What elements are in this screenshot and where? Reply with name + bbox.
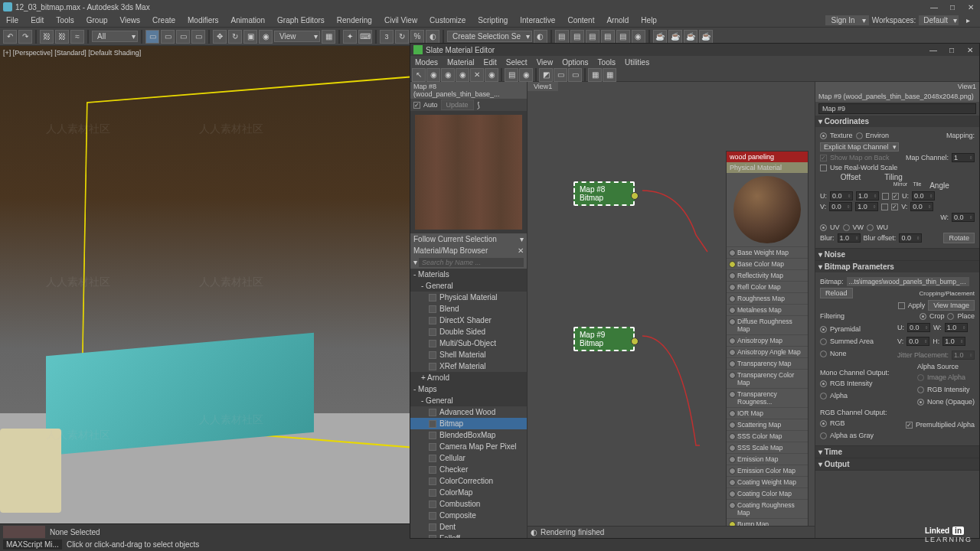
bitmap-path-button[interactable]: ...ts\images\wood_panels_thin_bump_2048x… — [847, 277, 969, 286]
material-slot-diffuse-roughness-map[interactable]: Diffuse Roughness Map — [727, 315, 808, 334]
sme-menu-view[interactable]: View — [532, 57, 558, 67]
material-slot-sss-color-map[interactable]: SSS Color Map — [727, 430, 808, 442]
tree-item-advanced-wood[interactable]: Advanced Wood — [410, 406, 527, 418]
close-button[interactable]: ✕ — [965, 2, 977, 12]
material-slot-sss-scale-map[interactable]: SSS Scale Map — [727, 442, 808, 453]
show-map-checkbox[interactable] — [820, 155, 827, 161]
snap-button[interactable]: 3 — [380, 30, 394, 44]
w-angle-spinner[interactable]: 0.0 — [952, 213, 975, 222]
sme-menu-edit[interactable]: Edit — [479, 57, 501, 67]
sme-tool-9[interactable]: ◩ — [539, 68, 553, 82]
material-editor-button[interactable]: ◉ — [632, 30, 645, 44]
menu-help[interactable]: Help — [635, 15, 663, 26]
select-rect-button[interactable]: ▭ — [176, 30, 190, 44]
output-rollout-header[interactable]: Output — [815, 458, 979, 470]
percent-snap-button[interactable]: % — [410, 30, 424, 44]
tree-item-blendedboxmap[interactable]: BlendedBoxMap — [410, 429, 527, 441]
v-tiling-spinner[interactable]: 1.0 — [855, 202, 878, 211]
manipulate-button[interactable]: ✦ — [343, 30, 357, 44]
none-opaque-radio[interactable] — [917, 399, 924, 406]
tree-item-blend[interactable]: Blend — [410, 303, 527, 315]
material-slot-transparency-rougness-[interactable]: Transparency Rougness... — [727, 388, 808, 407]
spinner-snap-button[interactable]: ◐ — [426, 30, 439, 44]
tree-item-shell-material[interactable]: Shell Material — [410, 349, 527, 360]
material-slot-reflectivity-map[interactable]: Reflectivity Map — [727, 269, 808, 281]
sme-menu-options[interactable]: Options — [557, 57, 593, 67]
menu-civil-view[interactable]: Civil View — [378, 15, 423, 26]
sme-tool-2[interactable]: ◉ — [426, 68, 440, 82]
time-rollout-header[interactable]: Time — [815, 446, 979, 458]
minimize-button[interactable]: — — [928, 2, 940, 12]
menu-content[interactable]: Content — [561, 15, 600, 26]
material-slot-ior-map[interactable]: IOR Map — [727, 407, 808, 419]
node-map-8[interactable]: Map #8 Bitmap — [573, 181, 635, 206]
viewport-label[interactable]: [+] [Perspective] [Standard] [Default Sh… — [3, 49, 141, 57]
unlink-button[interactable]: ⛓ — [55, 30, 69, 44]
mirror-button[interactable]: ◐ — [534, 30, 547, 44]
render-setup-button[interactable]: ☕ — [653, 30, 667, 44]
search-menu-icon[interactable]: ▾ — [413, 258, 417, 267]
sme-tool-8[interactable]: ◉ — [519, 68, 533, 82]
map-channel-spinner[interactable]: 1 — [952, 153, 975, 162]
menu-modifiers[interactable]: Modifiers — [181, 15, 225, 26]
view-tab[interactable]: View1 — [528, 82, 558, 91]
vw-radio[interactable] — [843, 224, 850, 231]
u-offset-spinner[interactable]: 0.0 — [830, 191, 853, 201]
v-angle-spinner[interactable]: 0.0 — [910, 202, 933, 211]
tree-category[interactable]: - General — [410, 395, 527, 406]
menu-rendering[interactable]: Rendering — [331, 15, 378, 26]
sme-pick-button[interactable]: ↖ — [412, 68, 426, 82]
coordinates-rollout-header[interactable]: Coordinates — [815, 116, 979, 127]
u-mirror-checkbox[interactable] — [882, 193, 889, 200]
tree-category[interactable]: - Materials — [410, 269, 527, 280]
node-output-slot[interactable] — [631, 192, 639, 200]
bitmap-params-rollout-header[interactable]: Bitmap Parameters — [815, 261, 979, 272]
tree-item-dent[interactable]: Dent — [410, 521, 527, 533]
noise-rollout-header[interactable]: Noise — [815, 249, 979, 260]
crop-w-spinner[interactable]: 1.0 — [945, 323, 968, 332]
tree-category[interactable]: - General — [410, 280, 527, 292]
tree-item-colormap[interactable]: ColorMap — [410, 487, 527, 498]
premult-checkbox[interactable] — [906, 422, 913, 429]
material-slot-refl-color-map[interactable]: Refl Color Map — [727, 281, 808, 292]
link-button[interactable]: ⛓ — [40, 30, 54, 44]
tree-item-physical-material[interactable]: Physical Material — [410, 292, 527, 303]
sme-tool-4[interactable]: ◉ — [456, 68, 469, 82]
maximize-button[interactable]: □ — [946, 2, 959, 12]
toggle-ribbon-button[interactable]: ▤ — [586, 30, 599, 44]
sme-menu-tools[interactable]: Tools — [593, 57, 620, 67]
place-radio[interactable] — [947, 313, 954, 320]
ref-coord-dropdown[interactable]: View — [274, 31, 320, 42]
viewport[interactable]: [+] [Perspective] [Standard] [Default Sh… — [0, 46, 410, 551]
img-alpha-radio[interactable] — [917, 374, 924, 381]
menu-views[interactable]: Views — [114, 15, 147, 26]
update-button[interactable]: Update — [441, 99, 474, 110]
u-tiling-spinner[interactable]: 1.0 — [856, 191, 879, 201]
rgb-out-alpha-radio[interactable] — [820, 432, 827, 439]
workspace-dropdown[interactable]: Default — [919, 15, 959, 25]
browser-close-icon[interactable]: ✕ — [518, 246, 524, 255]
named-selection-dropdown[interactable]: Create Selection Se — [447, 31, 532, 42]
tree-item-multi-sub-object[interactable]: Multi/Sub-Object — [410, 337, 527, 349]
schematic-button[interactable]: ▤ — [616, 30, 630, 44]
select-name-button[interactable]: ▭ — [161, 30, 175, 44]
sme-menu-material[interactable]: Material — [443, 57, 479, 67]
tree-item-combustion[interactable]: Combustion — [410, 498, 527, 510]
follow-selection-dropdown[interactable]: Follow Current Selection — [410, 233, 527, 245]
material-slot-coating-weight-map[interactable]: Coating Weight Map — [727, 476, 808, 487]
move-button[interactable]: ✥ — [213, 30, 227, 44]
material-slot-base-weight-map[interactable]: Base Weight Map — [727, 246, 808, 258]
map-id-field[interactable] — [818, 103, 976, 114]
material-slot-anisotropy-angle-map[interactable]: Anisotropy Angle Map — [727, 346, 808, 357]
menu-group[interactable]: Group — [80, 15, 114, 26]
menu-animation[interactable]: Animation — [225, 15, 271, 26]
sme-tool-3[interactable]: ◉ — [441, 68, 455, 82]
node-output-slot[interactable] — [631, 337, 639, 345]
bind-button[interactable]: ≈ — [70, 30, 84, 44]
tree-item-falloff[interactable]: Falloff — [410, 533, 527, 538]
rotate-button[interactable]: Rotate — [943, 233, 975, 243]
material-slot-emission-map[interactable]: Emission Map — [727, 453, 808, 465]
maxscript-listener[interactable]: MAXScript Mi... — [3, 540, 62, 549]
v-offset-spinner[interactable]: 0.0 — [829, 202, 852, 211]
v-mirror-checkbox[interactable] — [881, 204, 888, 210]
